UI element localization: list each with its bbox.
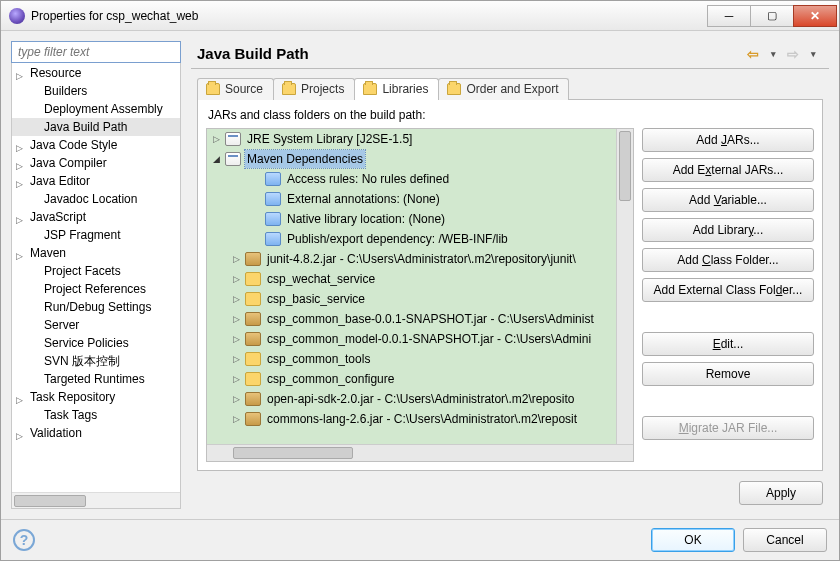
library-tree-row[interactable]: Native library location: (None) (207, 209, 616, 229)
sidebar-item[interactable]: Service Policies (12, 334, 180, 352)
add-jars-button[interactable]: Add JARs... (642, 128, 814, 152)
library-tree-row[interactable]: ▷csp_wechat_service (207, 269, 616, 289)
sidebar-item[interactable]: Task Repository (12, 388, 180, 406)
sidebar-item[interactable]: Deployment Assembly (12, 100, 180, 118)
tab-projects[interactable]: Projects (273, 78, 355, 100)
rule-icon (265, 232, 281, 246)
maximize-button[interactable] (750, 5, 794, 27)
back-icon[interactable]: ⇦ (745, 46, 761, 62)
tab-libraries[interactable]: Libraries (354, 78, 439, 100)
library-tree-row[interactable]: ▷commons-lang-2.6.jar - C:\Users\Adminis… (207, 409, 616, 429)
sidebar-item[interactable]: Javadoc Location (12, 190, 180, 208)
cancel-button[interactable]: Cancel (743, 528, 827, 552)
expand-icon[interactable]: ▷ (231, 290, 241, 308)
expand-icon[interactable]: ▷ (231, 370, 241, 388)
expand-icon[interactable] (16, 391, 26, 401)
lib-icon (225, 132, 241, 146)
close-button[interactable] (793, 5, 837, 27)
expand-icon[interactable] (16, 427, 26, 437)
library-tree-row[interactable]: Publish/export dependency: /WEB-INF/lib (207, 229, 616, 249)
expand-icon[interactable]: ▷ (231, 350, 241, 368)
sidebar-item-label: Project References (44, 282, 146, 296)
sidebar-item[interactable]: Java Code Style (12, 136, 180, 154)
library-label: csp_common_configure (265, 370, 396, 388)
libraries-tree[interactable]: ▷JRE System Library [J2SE-1.5]◢Maven Dep… (207, 129, 633, 444)
folder-icon (363, 83, 377, 95)
library-tree-row[interactable]: ▷csp_common_model-0.0.1-SNAPSHOT.jar - C… (207, 329, 616, 349)
expand-icon[interactable] (16, 67, 26, 77)
expand-icon[interactable] (16, 247, 26, 257)
dialog-footer: ? OK Cancel (1, 519, 839, 560)
filter-input[interactable] (16, 44, 176, 60)
expand-icon[interactable]: ▷ (231, 330, 241, 348)
edit-button[interactable]: Edit... (642, 332, 814, 356)
expand-icon[interactable] (16, 175, 26, 185)
sidebar-item[interactable]: Task Tags (12, 406, 180, 424)
sidebar-item[interactable]: Java Editor (12, 172, 180, 190)
libraries-buttons: Add JARs... Add External JARs... Add Var… (642, 128, 814, 462)
expand-icon[interactable] (16, 139, 26, 149)
library-label: Access rules: No rules defined (285, 170, 451, 188)
sidebar-item[interactable]: Server (12, 316, 180, 334)
sidebar-item-label: Service Policies (44, 336, 129, 350)
expand-icon[interactable]: ▷ (211, 130, 221, 148)
forward-icon[interactable]: ⇨ (785, 46, 801, 62)
expand-icon[interactable]: ▷ (231, 310, 241, 328)
sidebar-item[interactable]: Java Compiler (12, 154, 180, 172)
sidebar-item[interactable]: Project Facets (12, 262, 180, 280)
add-class-folder-button[interactable]: Add Class Folder... (642, 248, 814, 272)
expand-icon[interactable]: ▷ (231, 390, 241, 408)
sidebar-item[interactable]: JavaScript (12, 208, 180, 226)
library-tree-row[interactable]: ▷junit-4.8.2.jar - C:\Users\Administrato… (207, 249, 616, 269)
sidebar-item[interactable]: Validation (12, 424, 180, 442)
expand-icon[interactable]: ◢ (211, 150, 221, 168)
sidebar-item[interactable]: Resource (12, 64, 180, 82)
forward-menu-icon[interactable]: ▾ (805, 46, 821, 62)
sidebar-item[interactable]: Java Build Path (12, 118, 180, 136)
tree-vscrollbar[interactable] (616, 129, 633, 444)
add-library-button[interactable]: Add Library... (642, 218, 814, 242)
minimize-button[interactable] (707, 5, 751, 27)
folder-icon (245, 372, 261, 386)
library-tree-row[interactable]: ▷csp_common_configure (207, 369, 616, 389)
sidebar-item[interactable]: Builders (12, 82, 180, 100)
add-variable-button[interactable]: Add Variable... (642, 188, 814, 212)
library-tree-row[interactable]: ◢Maven Dependencies (207, 149, 616, 169)
category-tree[interactable]: ResourceBuildersDeployment AssemblyJava … (12, 62, 180, 492)
sidebar-item[interactable]: Run/Debug Settings (12, 298, 180, 316)
sidebar-item[interactable]: Maven (12, 244, 180, 262)
migrate-jar-button: Migrate JAR File... (642, 416, 814, 440)
tree-hscrollbar[interactable] (207, 444, 633, 461)
expand-icon[interactable]: ▷ (231, 250, 241, 268)
sidebar-item-label: Java Code Style (30, 138, 117, 152)
sidebar-item-label: Project Facets (44, 264, 121, 278)
tab-order-export[interactable]: Order and Export (438, 78, 569, 100)
ok-button[interactable]: OK (651, 528, 735, 552)
library-tree-row[interactable]: ▷JRE System Library [J2SE-1.5] (207, 129, 616, 149)
library-label: csp_common_base-0.0.1-SNAPSHOT.jar - C:\… (265, 310, 596, 328)
sidebar-hscrollbar[interactable] (12, 492, 180, 508)
library-tree-row[interactable]: Access rules: No rules defined (207, 169, 616, 189)
tab-source[interactable]: Source (197, 78, 274, 100)
library-tree-row[interactable]: External annotations: (None) (207, 189, 616, 209)
library-tree-row[interactable]: ▷open-api-sdk-2.0.jar - C:\Users\Adminis… (207, 389, 616, 409)
sidebar-item[interactable]: Targeted Runtimes (12, 370, 180, 388)
library-tree-row[interactable]: ▷csp_common_base-0.0.1-SNAPSHOT.jar - C:… (207, 309, 616, 329)
add-external-class-folder-button[interactable]: Add External Class Folder... (642, 278, 814, 302)
sidebar-item[interactable]: Project References (12, 280, 180, 298)
apply-button[interactable]: Apply (739, 481, 823, 505)
remove-button[interactable]: Remove (642, 362, 814, 386)
help-icon[interactable]: ? (13, 529, 35, 551)
page-title: Java Build Path (197, 45, 743, 62)
expand-icon[interactable]: ▷ (231, 410, 241, 428)
expand-icon[interactable]: ▷ (231, 270, 241, 288)
expand-icon[interactable] (16, 157, 26, 167)
titlebar[interactable]: Properties for csp_wechat_web (1, 1, 839, 31)
back-menu-icon[interactable]: ▾ (765, 46, 781, 62)
sidebar-item[interactable]: SVN 版本控制 (12, 352, 180, 370)
library-tree-row[interactable]: ▷csp_common_tools (207, 349, 616, 369)
sidebar-item[interactable]: JSP Fragment (12, 226, 180, 244)
add-external-jars-button[interactable]: Add External JARs... (642, 158, 814, 182)
expand-icon[interactable] (16, 211, 26, 221)
library-tree-row[interactable]: ▷csp_basic_service (207, 289, 616, 309)
